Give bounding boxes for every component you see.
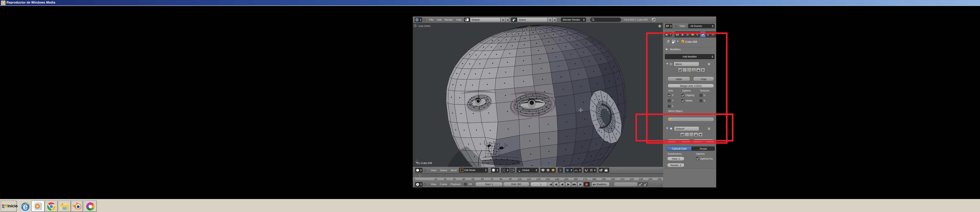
svg-text:e: e: [23, 202, 28, 211]
